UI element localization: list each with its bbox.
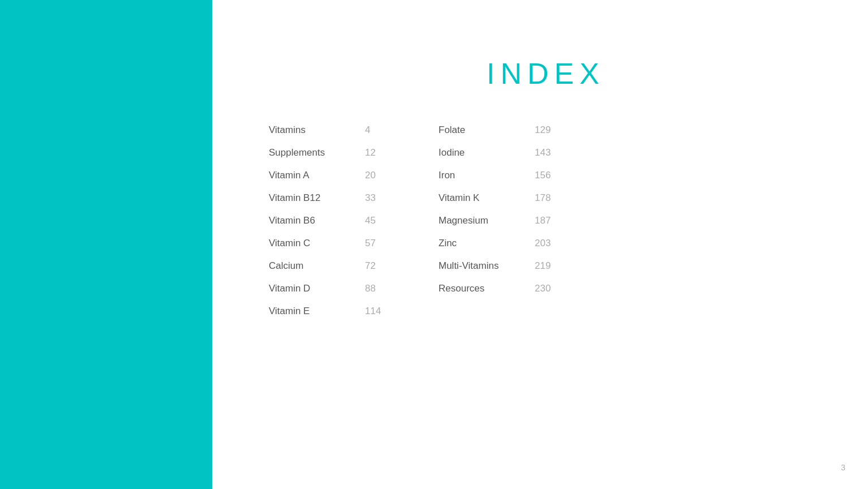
index-item-name: Iron	[439, 170, 518, 181]
list-item: Multi-Vitamins219	[439, 255, 563, 277]
list-item: Calcium72	[269, 255, 393, 277]
index-item-name: Zinc	[439, 238, 518, 249]
list-item: Vitamins4	[269, 119, 393, 141]
list-item: Vitamin E114	[269, 300, 393, 323]
index-item-name: Supplements	[269, 147, 348, 158]
index-item-name: Vitamin C	[269, 238, 348, 249]
index-item-name: Calcium	[269, 260, 348, 272]
index-item-page: 156	[535, 170, 563, 181]
right-column: Folate129Iodine143Iron156Vitamin K178Mag…	[439, 119, 563, 323]
index-item-page: 178	[535, 192, 563, 204]
index-item-name: Vitamin D	[269, 283, 348, 294]
index-grid: Vitamins4Supplements12Vitamin A20Vitamin…	[269, 119, 823, 323]
list-item: Folate129	[439, 119, 563, 141]
sidebar	[0, 0, 212, 489]
list-item: Resources230	[439, 277, 563, 300]
main-content: INDEX Vitamins4Supplements12Vitamin A20V…	[212, 0, 868, 489]
index-item-page: 12	[365, 147, 393, 158]
index-item-page: 88	[365, 283, 393, 294]
index-item-page: 203	[535, 238, 563, 249]
list-item: Magnesium187	[439, 209, 563, 232]
list-item: Iron156	[439, 164, 563, 187]
list-item: Vitamin B645	[269, 209, 393, 232]
index-item-name: Vitamin E	[269, 306, 348, 317]
list-item: Supplements12	[269, 141, 393, 164]
index-item-name: Vitamin K	[439, 192, 518, 204]
index-item-page: 33	[365, 192, 393, 204]
list-item: Vitamin A20	[269, 164, 393, 187]
page-title: INDEX	[269, 57, 823, 91]
page-number: 3	[841, 463, 845, 472]
left-column: Vitamins4Supplements12Vitamin A20Vitamin…	[269, 119, 393, 323]
index-item-name: Vitamin B12	[269, 192, 348, 204]
list-item: Vitamin C57	[269, 232, 393, 255]
index-item-name: Vitamins	[269, 125, 348, 136]
list-item: Zinc203	[439, 232, 563, 255]
index-item-name: Magnesium	[439, 215, 518, 226]
list-item: Vitamin B1233	[269, 187, 393, 209]
index-item-page: 129	[535, 125, 563, 136]
index-item-page: 219	[535, 260, 563, 272]
index-item-page: 187	[535, 215, 563, 226]
index-item-page: 20	[365, 170, 393, 181]
index-item-page: 143	[535, 147, 563, 158]
index-item-page: 45	[365, 215, 393, 226]
index-item-name: Vitamin A	[269, 170, 348, 181]
list-item: Iodine143	[439, 141, 563, 164]
list-item: Vitamin K178	[439, 187, 563, 209]
list-item: Vitamin D88	[269, 277, 393, 300]
index-item-page: 57	[365, 238, 393, 249]
index-item-name: Multi-Vitamins	[439, 260, 518, 272]
index-item-name: Vitamin B6	[269, 215, 348, 226]
index-item-name: Folate	[439, 125, 518, 136]
index-item-page: 114	[365, 306, 393, 317]
index-item-page: 4	[365, 125, 393, 136]
index-item-name: Iodine	[439, 147, 518, 158]
index-item-page: 230	[535, 283, 563, 294]
index-item-name: Resources	[439, 283, 518, 294]
index-item-page: 72	[365, 260, 393, 272]
